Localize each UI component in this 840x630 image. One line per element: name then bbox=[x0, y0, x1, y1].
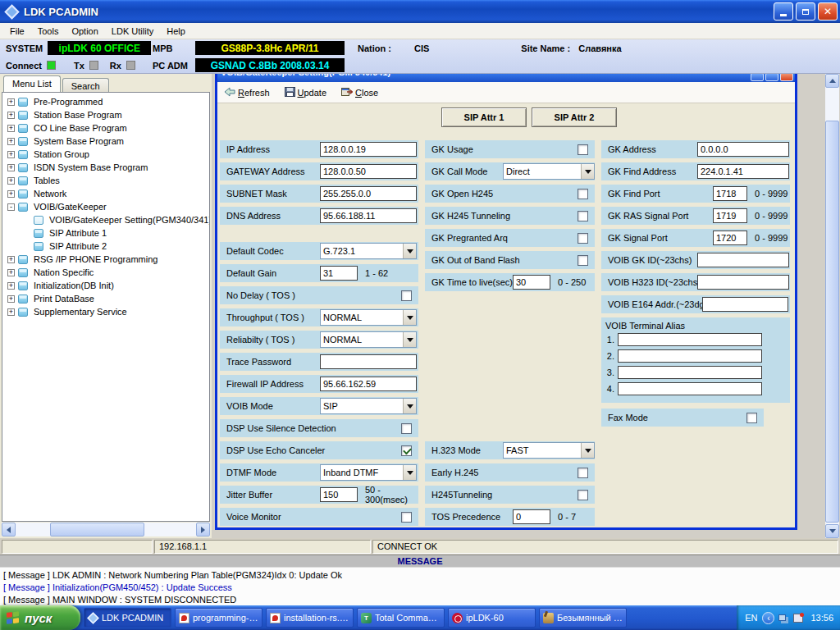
dsp-use-silence-detection-checkbox[interactable] bbox=[401, 423, 412, 434]
sip-attr-1-button[interactable]: SIP Attr 1 bbox=[441, 107, 527, 127]
hscroll-thumb[interactable] bbox=[50, 523, 144, 536]
h245tunneling-checkbox[interactable] bbox=[578, 490, 588, 500]
sidebar-item-supplementary-service[interactable]: +Supplementary Service bbox=[2, 305, 209, 318]
close-button[interactable]: Close bbox=[341, 87, 378, 98]
gk-open-h245-checkbox[interactable] bbox=[578, 189, 588, 199]
menu-item-file[interactable]: File bbox=[3, 25, 31, 38]
no-delay-tos-checkbox[interactable] bbox=[401, 290, 412, 301]
voib-h323-id-23chs-input[interactable] bbox=[697, 275, 789, 290]
terminal-alias-input-3[interactable] bbox=[618, 366, 762, 379]
firewall-ip-address-input[interactable] bbox=[320, 377, 417, 391]
image-tray-icon[interactable] bbox=[793, 614, 803, 623]
sidebar-item-print-database[interactable]: +Print DataBase bbox=[2, 292, 209, 305]
terminal-alias-input-4[interactable] bbox=[618, 382, 762, 395]
tree-expander-icon[interactable]: + bbox=[7, 282, 15, 290]
gk-call-mode-dropdown[interactable]: Direct bbox=[503, 163, 595, 180]
sidebar-item-rsg-ip-phone-programming[interactable]: +RSG /IP PHONE Programming bbox=[2, 253, 209, 266]
terminal-alias-input-2[interactable] bbox=[618, 349, 762, 363]
chevron-down-icon[interactable] bbox=[403, 332, 416, 347]
sidebar-item-initialization-db-init[interactable]: +Initialization(DB Init) bbox=[2, 279, 209, 292]
language-indicator[interactable]: EN bbox=[745, 613, 757, 623]
taskbar-button-ipldk-60[interactable]: ipLDK-60 bbox=[448, 608, 536, 628]
reliabilty-tos-dropdown[interactable]: NORMAL bbox=[320, 331, 417, 348]
chevron-down-icon[interactable] bbox=[403, 465, 416, 480]
sidebar-item-sip-attribute-1[interactable]: SIP Attribute 1 bbox=[2, 226, 209, 240]
tree-expander-icon[interactable]: + bbox=[7, 98, 15, 106]
default-gain-input[interactable] bbox=[320, 266, 358, 281]
gk-ras-signal-port-input[interactable] bbox=[713, 208, 747, 223]
menu-item-tools[interactable]: Tools bbox=[31, 25, 66, 38]
ip-address-input[interactable] bbox=[320, 142, 417, 157]
sidebar-item-network[interactable]: +Network bbox=[2, 187, 209, 200]
chevron-down-icon[interactable] bbox=[403, 399, 416, 413]
menu-item-option[interactable]: Option bbox=[65, 25, 104, 38]
taskbar-button-installation-rs-p[interactable]: installation-rs.p... bbox=[266, 608, 354, 628]
chevron-down-icon[interactable] bbox=[403, 244, 416, 258]
tray-chevron-icon[interactable]: ‹ bbox=[762, 612, 774, 624]
tree-expander-icon[interactable]: + bbox=[7, 138, 15, 145]
taskbar-button-[interactable]: Безымянный - ... bbox=[539, 608, 627, 628]
start-button[interactable]: пуск bbox=[0, 605, 80, 630]
dtmf-mode-dropdown[interactable]: Inband DTMF bbox=[320, 464, 417, 481]
tree-expander-icon[interactable]: + bbox=[7, 256, 15, 263]
tree-expander-icon[interactable]: + bbox=[7, 125, 15, 132]
scroll-up-button[interactable] bbox=[825, 74, 839, 88]
tree-expander-icon[interactable]: + bbox=[7, 308, 15, 316]
sip-attr-2-button[interactable]: SIP Attr 2 bbox=[532, 107, 617, 127]
chevron-down-icon[interactable] bbox=[581, 443, 594, 458]
sidebar-item-sip-attribute-2[interactable]: SIP Attribute 2 bbox=[2, 240, 209, 253]
sidebar-item-voib-gatekeeper-setting-pgm340-341[interactable]: VOIB/GateKeeper Setting(PGM340/341) bbox=[2, 213, 209, 226]
tree-horizontal-scrollbar[interactable] bbox=[2, 523, 210, 536]
gk-usage-checkbox[interactable] bbox=[578, 144, 588, 155]
tree-expander-icon[interactable]: + bbox=[7, 295, 15, 303]
gk-signal-port-input[interactable] bbox=[713, 231, 747, 245]
child-window-titlebar[interactable]: VOIB/GateKeeper Setting(PGM 340/341) bbox=[217, 74, 795, 82]
voib-e164-addr-23dgt-input[interactable] bbox=[702, 297, 788, 312]
default-codec-dropdown[interactable]: G.723.1 bbox=[320, 243, 417, 259]
gk-time-to-live-sec-input[interactable] bbox=[513, 275, 550, 290]
restore-button[interactable] bbox=[796, 2, 815, 21]
menu-item-ldk-utility[interactable]: LDK Utility bbox=[105, 25, 160, 38]
tree-expander-icon[interactable]: + bbox=[7, 177, 15, 185]
early-h-245-checkbox[interactable] bbox=[578, 468, 588, 478]
sidebar-item-nation-specific[interactable]: +Nation Specific bbox=[2, 266, 209, 279]
sidebar-item-co-line-base-program[interactable]: +CO Line Base Program bbox=[2, 121, 209, 135]
scroll-left-button[interactable] bbox=[2, 523, 16, 536]
tos-precedence-input[interactable] bbox=[513, 509, 550, 524]
refresh-button[interactable]: Refresh bbox=[224, 87, 270, 98]
gk-address-input[interactable] bbox=[697, 142, 789, 157]
gk-h245-tunneling-checkbox[interactable] bbox=[578, 211, 588, 221]
sidebar-item-pre-programmed[interactable]: +Pre-Programmed bbox=[2, 95, 209, 108]
voib-gk-id-23chs-input[interactable] bbox=[697, 253, 789, 267]
menu-item-help[interactable]: Help bbox=[160, 25, 192, 38]
taskbar-button-programming-rs[interactable]: programming-rs... bbox=[175, 608, 262, 628]
jitter-buffer-input[interactable] bbox=[320, 487, 358, 502]
child-close-button[interactable] bbox=[780, 74, 793, 81]
scroll-right-button[interactable] bbox=[196, 523, 210, 536]
trace-password-input[interactable] bbox=[320, 354, 417, 369]
minimize-button[interactable] bbox=[774, 2, 793, 21]
tree-expander-icon[interactable]: + bbox=[7, 164, 15, 171]
sidebar-item-isdn-system-base-program[interactable]: +ISDN System Base Program bbox=[2, 161, 209, 174]
close-button[interactable]: ✕ bbox=[818, 2, 838, 21]
gk-find-address-input[interactable] bbox=[697, 164, 789, 179]
update-button[interactable]: Update bbox=[285, 87, 326, 98]
tree-expander-icon[interactable]: + bbox=[7, 190, 15, 198]
tab-menu-list[interactable]: Menu List bbox=[3, 75, 61, 92]
tree-expander-icon[interactable]: + bbox=[7, 151, 15, 158]
dns-address-input[interactable] bbox=[320, 208, 417, 223]
voice-monitor-checkbox[interactable] bbox=[401, 512, 412, 523]
chevron-down-icon[interactable] bbox=[403, 310, 416, 325]
sidebar-item-station-group[interactable]: +Station Group bbox=[2, 148, 209, 161]
dsp-use-echo-canceler-checkbox[interactable] bbox=[401, 445, 412, 456]
tree-expander-icon[interactable]: - bbox=[7, 203, 15, 211]
child-minimize-button[interactable] bbox=[751, 74, 764, 81]
subnet-mask-input[interactable] bbox=[320, 186, 417, 201]
tree-expander-icon[interactable]: + bbox=[7, 269, 15, 276]
gateway-address-input[interactable] bbox=[320, 164, 417, 179]
child-restore-button[interactable] bbox=[765, 74, 778, 81]
chevron-down-icon[interactable] bbox=[581, 164, 594, 179]
taskbar-button-total-command[interactable]: TTotal Command... bbox=[357, 608, 445, 628]
throughput-tos-dropdown[interactable]: NORMAL bbox=[320, 309, 417, 326]
network-tray-icon[interactable] bbox=[778, 614, 786, 621]
